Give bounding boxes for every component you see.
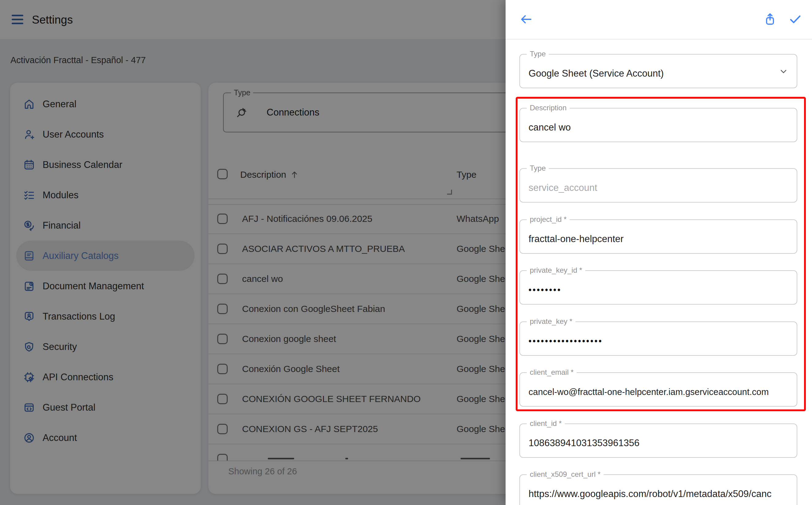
field-label: client_id *: [527, 419, 565, 428]
field-value: Google Sheet (Service Account): [529, 68, 775, 79]
share-icon[interactable]: [763, 12, 777, 26]
field-type-readonly[interactable]: Typeservice_account: [520, 168, 797, 202]
connection-detail-drawer: TypeGoogle Sheet (Service Account)Descri…: [505, 0, 812, 505]
field-label: private_key *: [527, 317, 576, 326]
field-label: private_key_id *: [527, 266, 585, 275]
field-label: Description: [527, 104, 570, 112]
field-value: fracttal-one-helpcenter: [529, 233, 775, 244]
field-label: client_email *: [527, 368, 577, 377]
field-label: Type: [527, 50, 549, 58]
field-label: project_id *: [527, 215, 570, 224]
field-client_id[interactable]: client_id *108638941031353961356: [520, 424, 797, 458]
field-value: ••••••••: [529, 285, 775, 295]
field-private_key[interactable]: private_key *••••••••••••••••••: [520, 321, 797, 356]
field-value: https://www.googleapis.com/robot/v1/meta…: [529, 488, 775, 499]
field-value: 108638941031353961356: [529, 438, 775, 449]
field-client_email[interactable]: client_email *cancel-wo@fracttal-one-hel…: [520, 372, 797, 406]
field-value: cancel-wo@fracttal-one-helpcenter.iam.gs…: [529, 387, 775, 397]
field-project_id[interactable]: project_id *fracttal-one-helpcenter: [520, 219, 797, 254]
field-private_key_id[interactable]: private_key_id *••••••••: [520, 270, 797, 305]
field-client_x509_cert_url[interactable]: client_x509_cert_url *https://www.google…: [520, 474, 797, 505]
field-label: Type: [527, 164, 549, 173]
field-label: client_x509_cert_url *: [527, 470, 604, 479]
field-value: cancel wo: [529, 122, 775, 133]
back-arrow-icon[interactable]: [519, 12, 533, 26]
confirm-check-icon[interactable]: [788, 12, 802, 26]
drawer-header: [505, 0, 812, 39]
chevron-down-icon: [778, 66, 789, 76]
highlight-annotation-box: [516, 97, 806, 411]
field-description[interactable]: Descriptioncancel wo: [520, 108, 797, 142]
field-value: ••••••••••••••••••: [529, 336, 775, 346]
field-type[interactable]: TypeGoogle Sheet (Service Account): [520, 54, 797, 88]
field-value: service_account: [529, 182, 775, 193]
